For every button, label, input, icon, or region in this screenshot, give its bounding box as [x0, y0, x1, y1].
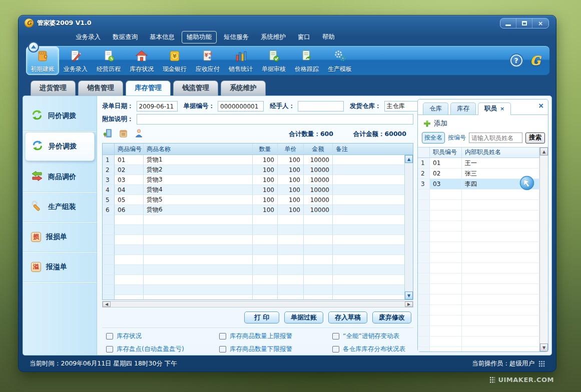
tab-sales-mgmt[interactable]: 销售管理: [78, 80, 123, 96]
title-bar: G 管家婆2009 V1.0 ×: [19, 16, 556, 30]
link-lower-limit-alarm[interactable]: 库存商品数量下限报警: [219, 345, 332, 354]
toolbar-item-label: 销售统计: [229, 65, 253, 74]
employee-table-vscrollbar[interactable]: [539, 148, 548, 352]
scroll-up-icon[interactable]: [540, 148, 548, 156]
date-label: 录单日期：: [102, 102, 134, 110]
employee-search-input[interactable]: [469, 132, 522, 143]
table-row[interactable]: 505货物510010010000: [103, 195, 404, 205]
toolbar-item-business-entry[interactable]: 业务录入: [59, 46, 92, 75]
lookup-tab-warehouse[interactable]: 仓库: [423, 102, 448, 114]
commodity-picker-icon[interactable]: [119, 128, 128, 140]
menu-item-window[interactable]: 窗口: [293, 31, 315, 44]
toolbar-item-sales-stats[interactable]: 销售统计: [224, 46, 257, 75]
total-amount-label: 合计金额：: [353, 130, 385, 138]
sidebar-item-same-price-transfer[interactable]: 同价调拨: [23, 101, 97, 131]
toolbar-item-price-tracking[interactable]: 价格跟踪: [290, 46, 323, 75]
minimize-button[interactable]: [500, 18, 516, 28]
items-table-hscrollbar[interactable]: [102, 301, 413, 308]
lookup-tab-employee[interactable]: 职员×: [478, 102, 511, 115]
svg-text:¥: ¥: [205, 52, 208, 58]
employee-row-empty: [418, 200, 539, 210]
discard-changes-button[interactable]: 废弃修改: [372, 312, 411, 324]
menu-item-auxiliary[interactable]: 辅助功能: [182, 31, 217, 44]
col-header-item-name[interactable]: 商品名称: [144, 144, 253, 154]
menu-item-help[interactable]: 帮助: [317, 31, 340, 44]
filter-by-code[interactable]: 按编号: [448, 132, 466, 143]
employee-picker-icon[interactable]: [134, 128, 144, 140]
maximize-icon: [522, 21, 527, 26]
menu-item-data-query[interactable]: 数据查询: [108, 31, 143, 44]
toolbar-item-inventory-status[interactable]: 库存状况: [125, 46, 158, 75]
add-row[interactable]: 添加: [418, 115, 548, 131]
col-header-qty[interactable]: 数量: [253, 144, 278, 154]
price-arrows-icon: [31, 170, 43, 184]
tab-system-maintain[interactable]: 系统维护: [221, 80, 266, 96]
scroll-down-icon[interactable]: [405, 292, 413, 300]
resize-grip[interactable]: [538, 360, 545, 367]
lookup-tab-inventory[interactable]: 库存: [450, 102, 476, 114]
toolbar-item-cash-bank[interactable]: ¥ 现金银行: [158, 46, 191, 75]
grid-toolbar: 合计数量：600 合计金额：60000: [103, 128, 413, 140]
doc-number-input[interactable]: [218, 101, 264, 112]
table-row-empty: [103, 255, 404, 265]
table-row[interactable]: 404货物410010010000: [103, 185, 404, 195]
sidebar-item-loss-report[interactable]: 损 报损单: [23, 222, 97, 252]
link-upper-limit-alarm[interactable]: 库存商品数量上限报警: [219, 332, 332, 340]
col-header-remark[interactable]: 备注: [333, 144, 413, 154]
bar-chart-icon: [234, 48, 248, 64]
close-button[interactable]: ×: [532, 18, 548, 28]
print-button[interactable]: 打 印: [244, 312, 279, 324]
post-document-button[interactable]: 单据过账: [284, 312, 323, 324]
app-logo-icon: G: [25, 18, 34, 28]
sidebar-item-price-adjust[interactable]: 商品调价: [23, 162, 97, 192]
col-header-unit-price[interactable]: 单价: [278, 144, 304, 154]
toolbar-item-history[interactable]: 经营历程: [92, 46, 125, 75]
filter-by-fullname[interactable]: 按全名: [422, 132, 445, 144]
link-stocktake[interactable]: 库存盘点(自动盘盈盘亏): [106, 345, 219, 354]
watermark: UIMAKER.COM: [489, 376, 554, 384]
help-icon[interactable]: ?: [510, 54, 522, 66]
col-header-amount[interactable]: 金额: [304, 144, 333, 154]
scroll-left-icon[interactable]: [103, 302, 111, 307]
maximize-button[interactable]: [516, 18, 532, 28]
table-row[interactable]: 101货物110010010000: [103, 155, 404, 165]
items-table-vscrollbar[interactable]: [404, 155, 413, 300]
save-draft-button[interactable]: 存入草稿: [328, 312, 367, 324]
employee-row[interactable]: 101王一: [418, 158, 539, 168]
sidebar-item-diff-price-transfer[interactable]: 异价调拨: [25, 132, 95, 161]
panel-close-icon[interactable]: ×: [538, 102, 544, 110]
menu-item-sms[interactable]: 短信服务: [219, 31, 254, 44]
sidebar-item-production-assembly[interactable]: 生产组装: [23, 192, 97, 222]
menu-item-basic-info[interactable]: 基本信息: [145, 31, 180, 44]
tab-close-icon[interactable]: ×: [500, 106, 504, 112]
status-current-time: 当前时间：2009年06月11日 星期四 18时30分 下午: [30, 360, 177, 368]
tab-cashflow-mgmt[interactable]: 钱流管理: [173, 80, 218, 96]
link-inventory-status[interactable]: 库存状况: [106, 332, 219, 340]
link-warehouse-distribution[interactable]: 各仓库库存分布状况表: [332, 345, 412, 354]
menu-item-business-entry[interactable]: 业务录入: [71, 31, 106, 44]
table-row[interactable]: 606货物610010010000: [103, 205, 404, 215]
date-input[interactable]: [137, 101, 178, 112]
table-row[interactable]: 303货物310010010000: [103, 175, 404, 185]
menu-item-system-maintain[interactable]: 系统维护: [256, 31, 291, 44]
scroll-up-icon[interactable]: [405, 155, 413, 163]
collapse-toolbar-button[interactable]: [28, 42, 39, 52]
col-header-emp-name[interactable]: 内部职员姓名: [462, 148, 539, 158]
warehouse-picker-icon[interactable]: [103, 128, 113, 140]
search-button[interactable]: 搜索: [525, 132, 545, 144]
toolbar-item-production-template[interactable]: 生产模板: [323, 46, 356, 75]
tab-inventory-mgmt[interactable]: 库存管理: [126, 80, 171, 96]
app-title: 管家婆2009 V1.0: [37, 19, 91, 28]
col-header-item-code[interactable]: 商品编号: [115, 144, 144, 154]
toolbar-item-receivable-payable[interactable]: ¥ 应收应付: [191, 46, 224, 75]
toolbar-item-doc-audit[interactable]: 单据审核: [257, 46, 290, 75]
scroll-down-icon[interactable]: [540, 344, 548, 352]
link-omnipotent-change-table[interactable]: “全能”进销存变动表: [332, 332, 412, 340]
sidebar-item-surplus-report[interactable]: 溢 报溢单: [23, 252, 97, 282]
handler-input[interactable]: [298, 101, 344, 112]
tab-purchase-mgmt[interactable]: 进货管理: [31, 80, 76, 96]
scroll-right-icon[interactable]: [405, 302, 413, 307]
table-row[interactable]: 202货物210010010000: [103, 165, 404, 175]
col-header-emp-code[interactable]: 职员编号: [430, 148, 462, 158]
note-input[interactable]: [137, 114, 414, 124]
